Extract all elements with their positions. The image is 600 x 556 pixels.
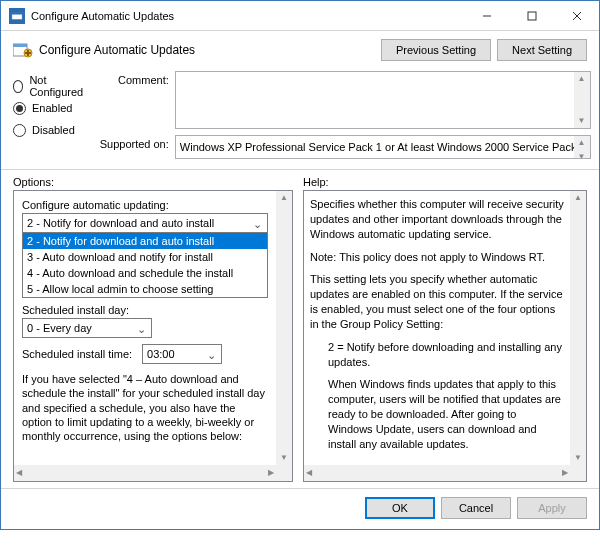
dropdown-option[interactable]: 3 - Auto download and notify for install — [23, 249, 267, 265]
help-pane: Specifies whether this computer will rec… — [303, 190, 587, 482]
radio-label: Disabled — [32, 124, 75, 136]
help-text: 3 = (Default setting) Download the updat… — [310, 460, 564, 461]
dropdown-value: 2 - Notify for download and auto install — [27, 217, 214, 229]
radio-not-configured[interactable]: Not Configured — [13, 75, 86, 97]
policy-icon — [13, 42, 33, 58]
supported-label: Supported on: — [94, 135, 169, 150]
dropdown-value: 0 - Every day — [27, 322, 92, 334]
scroll-corner — [276, 465, 292, 481]
scrollbar-vertical[interactable]: ▲▼ — [574, 136, 590, 158]
radio-icon — [13, 102, 26, 115]
help-text: Note: This policy does not apply to Wind… — [310, 250, 564, 265]
help-text: Specifies whether this computer will rec… — [310, 197, 564, 242]
scrollbar-horizontal[interactable]: ◀▶ — [304, 465, 570, 481]
sched-time-dropdown[interactable]: 03:00 ⌄ — [142, 344, 222, 364]
options-description: If you have selected "4 – Auto download … — [22, 372, 268, 443]
dropdown-option[interactable]: 2 - Notify for download and auto install — [23, 233, 267, 249]
comment-textarea[interactable]: ▲▼ — [175, 71, 591, 129]
close-button[interactable] — [554, 1, 599, 31]
options-label: Options: — [13, 176, 303, 188]
chevron-down-icon: ⌄ — [249, 216, 265, 232]
supported-on-field: Windows XP Professional Service Pack 1 o… — [175, 135, 591, 159]
dropdown-value: 03:00 — [147, 348, 175, 360]
previous-setting-button[interactable]: Previous Setting — [381, 39, 491, 61]
supported-on-text: Windows XP Professional Service Pack 1 o… — [180, 141, 586, 153]
radio-enabled[interactable]: Enabled — [13, 97, 86, 119]
minimize-button[interactable] — [464, 1, 509, 31]
comment-label: Comment: — [94, 71, 169, 86]
dropdown-option[interactable]: 5 - Allow local admin to choose setting — [23, 281, 267, 297]
radio-icon — [13, 124, 26, 137]
options-pane: Configure automatic updating: 2 - Notify… — [13, 190, 293, 482]
help-text: This setting lets you specify whether au… — [310, 272, 564, 331]
scroll-corner — [570, 465, 586, 481]
chevron-down-icon: ⌄ — [203, 347, 219, 363]
scrollbar-vertical[interactable]: ▲▼ — [574, 72, 590, 128]
scrollbar-vertical[interactable]: ▲▼ — [570, 191, 586, 465]
window-title: Configure Automatic Updates — [31, 10, 464, 22]
cancel-button[interactable]: Cancel — [441, 497, 511, 519]
svg-rect-3 — [528, 12, 536, 20]
next-setting-button[interactable]: Next Setting — [497, 39, 587, 61]
policy-dialog: Configure Automatic Updates Configure Au… — [0, 0, 600, 530]
sched-day-label: Scheduled install day: — [22, 304, 268, 316]
config-updating-dropdown-list[interactable]: 2 - Notify for download and auto install… — [22, 233, 268, 298]
radio-disabled[interactable]: Disabled — [13, 119, 86, 141]
dropdown-option[interactable]: 4 - Auto download and schedule the insta… — [23, 265, 267, 281]
help-label: Help: — [303, 176, 329, 188]
help-text: When Windows finds updates that apply to… — [310, 377, 564, 451]
svg-rect-10 — [25, 52, 31, 54]
scrollbar-vertical[interactable]: ▲▼ — [276, 191, 292, 465]
svg-rect-1 — [12, 12, 23, 14]
policy-title: Configure Automatic Updates — [39, 43, 381, 57]
config-updating-dropdown[interactable]: 2 - Notify for download and auto install… — [22, 213, 268, 233]
config-updating-label: Configure automatic updating: — [22, 199, 268, 211]
radio-label: Not Configured — [29, 74, 85, 98]
sched-time-label: Scheduled install time: — [22, 348, 132, 360]
radio-icon — [13, 80, 23, 93]
app-icon — [9, 8, 25, 24]
chevron-down-icon: ⌄ — [133, 321, 149, 337]
sched-day-dropdown[interactable]: 0 - Every day ⌄ — [22, 318, 152, 338]
apply-button[interactable]: Apply — [517, 497, 587, 519]
title-bar[interactable]: Configure Automatic Updates — [1, 1, 599, 31]
maximize-button[interactable] — [509, 1, 554, 31]
scrollbar-horizontal[interactable]: ◀▶ — [14, 465, 276, 481]
radio-label: Enabled — [32, 102, 72, 114]
help-text: 2 = Notify before downloading and instal… — [310, 340, 564, 370]
svg-rect-7 — [13, 44, 27, 47]
ok-button[interactable]: OK — [365, 497, 435, 519]
